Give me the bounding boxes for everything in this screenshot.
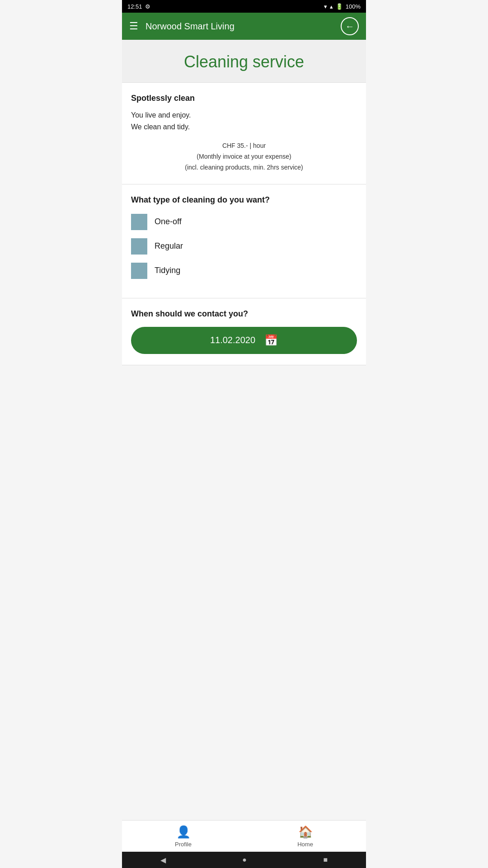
tagline-line1: You live and enjoy. (131, 111, 191, 119)
pricing-line2: (Monthly invoice at your expense) (131, 151, 357, 162)
label-tidying: Tidying (155, 266, 180, 275)
option-tidying-row[interactable]: Tidying (131, 263, 357, 279)
date-picker-button[interactable]: 11.02.2020 📅 (131, 327, 357, 354)
contact-question: When should we contact you? (131, 309, 357, 319)
contact-section: When should we contact you? 11.02.2020 📅 (122, 298, 366, 365)
wifi-icon: ▾ (324, 3, 327, 10)
checkbox-tidying[interactable] (131, 263, 147, 279)
cleaning-type-question: What type of cleaning do you want? (131, 195, 357, 205)
battery-level: 100% (346, 3, 361, 10)
pricing-block: CHF 35.- | hour (Monthly invoice at your… (131, 141, 357, 173)
back-button[interactable]: ← (341, 17, 359, 35)
checkbox-regular[interactable] (131, 238, 147, 255)
label-regular: Regular (155, 241, 183, 251)
battery-icon: 🔋 (336, 3, 343, 10)
cleaning-type-section: What type of cleaning do you want? One-o… (122, 184, 366, 298)
signal-icon: ▴ (330, 3, 333, 10)
intro-title: Spotlessly clean (131, 94, 357, 103)
option-one-off-row[interactable]: One-off (131, 214, 357, 230)
intro-section: Spotlessly clean You live and enjoy. We … (122, 83, 366, 184)
nav-bar: ☰ Norwood Smart Living ← (122, 13, 366, 40)
menu-icon[interactable]: ☰ (129, 20, 138, 32)
status-left: 12:51 ⚙ (127, 3, 150, 10)
page-title: Cleaning service (129, 52, 359, 71)
app-title: Norwood Smart Living (138, 21, 341, 32)
calendar-icon: 📅 (264, 334, 278, 347)
label-one-off: One-off (155, 217, 182, 226)
status-bar: 12:51 ⚙ ▾ ▴ 🔋 100% (122, 0, 366, 13)
status-right: ▾ ▴ 🔋 100% (324, 3, 361, 10)
pricing-line1: CHF 35.- | hour (131, 141, 357, 151)
page-title-area: Cleaning service (122, 40, 366, 83)
pricing-line3: (incl. cleaning products, min. 2hrs serv… (131, 162, 357, 173)
back-arrow-icon: ← (345, 21, 354, 32)
status-time: 12:51 (127, 3, 142, 10)
tagline: You live and enjoy. We clean and tidy. (131, 109, 357, 132)
checkbox-one-off[interactable] (131, 214, 147, 230)
date-value: 11.02.2020 (210, 335, 255, 345)
settings-icon: ⚙ (145, 3, 150, 10)
option-regular-row[interactable]: Regular (131, 238, 357, 255)
tagline-line2: We clean and tidy. (131, 123, 190, 131)
